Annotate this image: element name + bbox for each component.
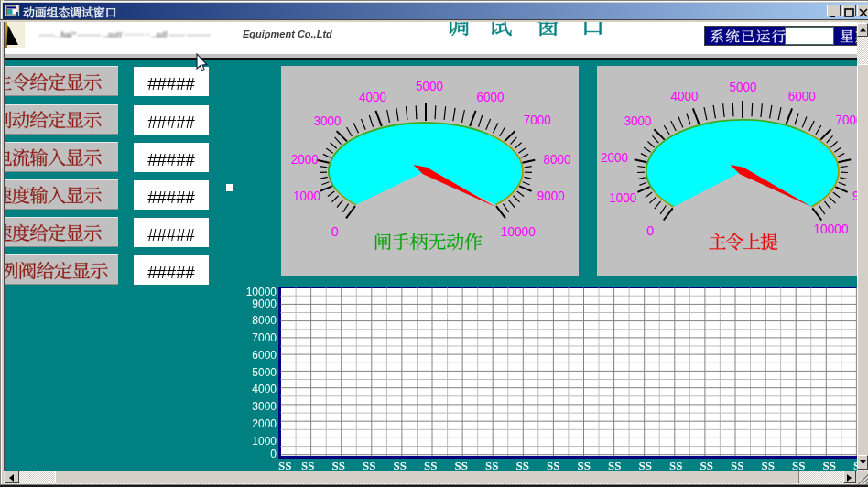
svg-text:2000: 2000 bbox=[601, 149, 628, 165]
svg-text:1000: 1000 bbox=[293, 188, 320, 203]
svg-text:3000: 3000 bbox=[624, 113, 652, 128]
svg-text:5000: 5000 bbox=[730, 79, 757, 94]
svg-text:0: 0 bbox=[331, 223, 339, 239]
svg-text:6000: 6000 bbox=[788, 88, 816, 103]
svg-text:5000: 5000 bbox=[416, 78, 443, 93]
svg-text:9000: 9000 bbox=[537, 188, 565, 203]
svg-text:4000: 4000 bbox=[670, 88, 698, 103]
svg-text:7000: 7000 bbox=[524, 112, 551, 127]
svg-text:4000: 4000 bbox=[359, 89, 386, 104]
svg-text:8000: 8000 bbox=[544, 151, 571, 167]
svg-text:3000: 3000 bbox=[314, 113, 342, 128]
svg-text:0: 0 bbox=[646, 222, 654, 238]
svg-text:6000: 6000 bbox=[477, 89, 505, 104]
svg-text:1000: 1000 bbox=[609, 189, 636, 205]
svg-text:10000: 10000 bbox=[814, 221, 849, 236]
svg-text:2000: 2000 bbox=[291, 151, 319, 167]
svg-text:10000: 10000 bbox=[501, 223, 536, 239]
